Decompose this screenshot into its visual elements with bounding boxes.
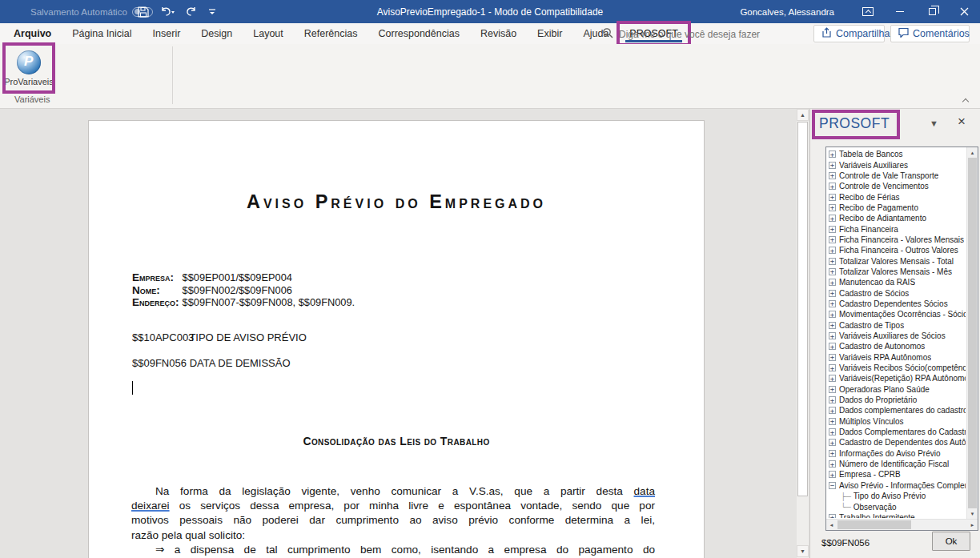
tab-correspondências[interactable]: Correspondências (368, 23, 469, 44)
expand-toggle-icon[interactable]: + (829, 183, 836, 190)
tree-item[interactable]: +Controle de Vencimentos (829, 181, 966, 191)
undo-icon[interactable] (160, 6, 175, 18)
expand-toggle-icon[interactable]: + (829, 354, 836, 361)
scroll-up-icon[interactable]: ▲ (797, 109, 809, 121)
tree-vertical-scrollbar[interactable]: ▲ ▼ (966, 147, 978, 519)
save-icon[interactable] (138, 6, 149, 18)
tree-scrollbar-thumb[interactable] (968, 158, 977, 508)
scrollbar-thumb[interactable] (797, 122, 808, 496)
expand-toggle-icon[interactable]: + (829, 215, 836, 222)
tree-item[interactable]: +Variáveis Recibos Sócio(competência (829, 363, 966, 373)
provariaveis-button[interactable]: ProVariaveis (6, 46, 52, 90)
search-input[interactable] (619, 29, 779, 40)
tree-item[interactable]: +Tabela de Bancos (829, 149, 966, 159)
expand-toggle-icon[interactable]: + (829, 332, 836, 339)
tree-item[interactable]: +Variáveis Auxiliares de Sócios (829, 331, 966, 341)
tree-item[interactable]: +Recibo de Férias (829, 191, 966, 202)
scroll-down-icon[interactable]: ▼ (797, 545, 809, 557)
panel-close-icon[interactable]: × (958, 114, 966, 130)
tree-item[interactable]: +Ficha Financeira (829, 223, 966, 234)
expand-toggle-icon[interactable]: + (829, 386, 836, 393)
tree-item[interactable]: +Ficha Financeira - Valores Mensais (829, 235, 966, 245)
tab-revisão[interactable]: Revisão (470, 23, 527, 44)
tell-me-search[interactable] (602, 26, 779, 42)
account-name[interactable]: Goncalves, Alessandra (740, 7, 834, 17)
tab-design[interactable]: Design (191, 23, 243, 44)
expand-toggle-icon[interactable]: + (829, 290, 836, 297)
tree-item[interactable]: +Totalizar Valores Mensais - Mês (829, 267, 966, 277)
expand-toggle-icon[interactable]: + (829, 439, 836, 446)
expand-toggle-icon[interactable]: + (829, 396, 836, 403)
expand-toggle-icon[interactable]: + (829, 300, 836, 307)
tree-item[interactable]: +Totalizar Valores Mensais - Total (829, 255, 966, 266)
minimize-button[interactable] (884, 0, 916, 23)
customize-qat-icon[interactable] (208, 7, 216, 17)
expand-toggle-icon[interactable]: + (829, 460, 836, 468)
panel-menu-icon[interactable]: ▼ (930, 118, 938, 128)
close-button[interactable] (948, 0, 980, 23)
expand-toggle-icon[interactable]: + (829, 226, 836, 233)
tree-hscrollbar-thumb[interactable] (837, 520, 911, 529)
expand-toggle-icon[interactable]: + (829, 151, 836, 158)
expand-toggle-icon[interactable]: + (829, 247, 836, 254)
tree-item[interactable]: +Trabalho Intermitente (829, 512, 966, 518)
tree-item[interactable]: +Informações do Aviso Prévio (829, 448, 966, 459)
tree-item[interactable]: +Cadastro Dependentes Sócios (829, 299, 966, 309)
tab-exibir[interactable]: Exibir (527, 23, 572, 44)
ok-button[interactable]: Ok (932, 532, 970, 551)
document-page[interactable]: Aviso Prévio do Empregado Empresa: $$09E… (88, 120, 705, 558)
tree-scroll-up-icon[interactable]: ▲ (967, 147, 978, 158)
tab-referências[interactable]: Referências (294, 23, 368, 44)
redo-icon[interactable] (186, 6, 197, 18)
ribbon-display-options-icon[interactable] (852, 0, 884, 23)
expand-toggle-icon[interactable]: + (829, 514, 836, 518)
expand-toggle-icon[interactable]: + (829, 236, 836, 243)
collapse-toggle-icon[interactable]: − (829, 482, 836, 489)
expand-toggle-icon[interactable]: + (829, 407, 836, 414)
tree-item[interactable]: +Cadastro de Tipos (829, 320, 966, 331)
tree-item[interactable]: +Número de Identificação Fiscal (829, 459, 966, 469)
tab-layout[interactable]: Layout (243, 23, 294, 44)
collapse-ribbon-icon[interactable] (962, 97, 969, 103)
restore-button[interactable] (916, 0, 948, 23)
expand-toggle-icon[interactable]: + (829, 471, 836, 478)
tree-item[interactable]: +Movimentações Ocorrências - Sócio (829, 309, 966, 319)
expand-toggle-icon[interactable]: + (829, 375, 836, 382)
comments-button[interactable]: Comentários (890, 25, 970, 42)
tree-item[interactable]: +Variáveis RPA Autônomos (829, 352, 966, 363)
document-scrollbar[interactable]: ▲ ▼ (797, 109, 809, 558)
tree-item[interactable]: ├─Tipo do Aviso Prévio (829, 491, 966, 501)
expand-toggle-icon[interactable]: + (829, 172, 836, 179)
expand-toggle-icon[interactable]: + (829, 279, 836, 286)
tree-item[interactable]: +Dados Complementares do Cadastro (829, 427, 966, 437)
tree-item[interactable]: +Cadastro de Autonomos (829, 341, 966, 351)
tree-item[interactable]: └─Observação (829, 501, 966, 512)
tree-horizontal-scrollbar[interactable]: ◄ ► (826, 519, 978, 530)
expand-toggle-icon[interactable]: + (829, 322, 836, 329)
tree-item[interactable]: +Controle de Vale Transporte (829, 171, 966, 181)
expand-toggle-icon[interactable]: + (829, 418, 836, 425)
expand-toggle-icon[interactable]: + (829, 162, 836, 169)
tab-arquivo[interactable]: Arquivo (3, 23, 62, 44)
tree-item[interactable]: +Cadastro de Sócios (829, 287, 966, 298)
expand-toggle-icon[interactable]: + (829, 428, 836, 436)
expand-toggle-icon[interactable]: + (829, 268, 836, 275)
expand-toggle-icon[interactable]: + (829, 311, 836, 318)
tree-item[interactable]: +Operadoras Plano Saúde (829, 384, 966, 395)
share-button[interactable]: Compartilhar (813, 25, 885, 42)
tree-item[interactable]: +Dados complementares do cadastro (829, 405, 966, 415)
tree-scroll-right-icon[interactable]: ► (967, 520, 978, 530)
tab-página-inicial[interactable]: Página Inicial (62, 23, 142, 44)
tree-item[interactable]: +Múltiplos Vínculos (829, 416, 966, 427)
expand-toggle-icon[interactable]: + (829, 194, 836, 201)
tree-item[interactable]: −Aviso Prévio - Informações Complem (829, 480, 966, 491)
tree-item[interactable]: +Recibo de Pagamento (829, 203, 966, 213)
tree-item[interactable]: +Variáveis Auxiliares (829, 159, 966, 170)
tree-item[interactable]: +Recibo de Adiantamento (829, 213, 966, 223)
expand-toggle-icon[interactable]: + (829, 364, 836, 371)
autosave-control[interactable]: Salvamento Automático (30, 0, 153, 23)
tree-item[interactable]: +Ficha Financeira - Outros Valores (829, 245, 966, 255)
tree-scroll-down-icon[interactable]: ▼ (967, 508, 978, 519)
tab-inserir[interactable]: Inserir (143, 23, 191, 44)
tree-item[interactable]: +Variáveis(Repetição) RPA Autônomo (829, 373, 966, 383)
